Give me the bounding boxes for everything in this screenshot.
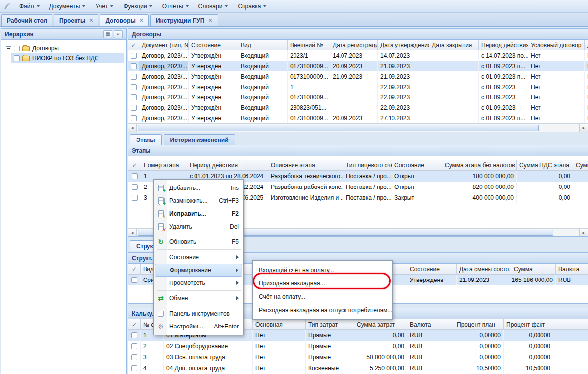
tree-checkbox[interactable]	[14, 55, 20, 61]
horizontal-scrollbar[interactable]: ◄ ►	[128, 123, 588, 132]
scroll-right-icon[interactable]: ►	[579, 229, 588, 236]
scroll-thumb[interactable]	[138, 125, 539, 131]
tab-contracts[interactable]: Договоры✕	[100, 14, 149, 26]
column-header[interactable]: Условный договор	[528, 40, 585, 50]
submenu-item-outgoing-note[interactable]: Расходная накладная на отпуск потребител…	[254, 303, 392, 317]
column-header[interactable]: Валюта	[556, 264, 588, 274]
menu-file[interactable]: Файл	[15, 1, 44, 11]
row-checkbox[interactable]	[131, 74, 137, 80]
row-checkbox[interactable]	[132, 173, 138, 179]
grid-row[interactable]: Договор, 2023/...УтверждёнВходящий2023/1…	[128, 50, 588, 61]
tab-desktop[interactable]: Рабочий стол	[1, 14, 52, 26]
column-header[interactable]: Дата смены состо...	[457, 264, 511, 274]
menu-documents[interactable]: Документы	[45, 1, 90, 11]
column-header[interactable]: Состояние	[407, 264, 457, 274]
column-header[interactable]: Тип лицевого счёт...	[343, 160, 392, 170]
close-icon[interactable]: ✕	[89, 18, 93, 23]
row-checkbox[interactable]	[131, 105, 137, 111]
column-header[interactable]: Внешний №	[288, 40, 330, 50]
row-checkbox[interactable]	[131, 84, 137, 90]
menu-item-state[interactable]: Состояние	[155, 251, 242, 264]
submenu-item-receipt-note[interactable]: Приходная накладная...	[254, 277, 392, 290]
column-header[interactable]: Описание этапа	[268, 160, 343, 170]
grid-row[interactable]: Договор, 2023/...УтверждёнВходящий230823…	[128, 102, 588, 113]
row-checkbox[interactable]	[131, 115, 137, 121]
grid-row[interactable]: 303 Осн. оплата трудаНетПрямые50 000 000…	[128, 352, 588, 363]
column-header[interactable]: Валюта	[407, 319, 454, 329]
column-header[interactable]: Основная	[253, 319, 306, 329]
menu-item-edit[interactable]: Исправить... F2	[155, 207, 242, 220]
scroll-left-icon[interactable]: ◄	[128, 124, 137, 132]
column-header[interactable]: Период действия	[187, 160, 268, 170]
menu-item-add[interactable]: Добавить... Ins	[155, 182, 242, 194]
menu-accounting[interactable]: Учёт	[91, 1, 118, 11]
column-header[interactable]: Сумма НДС этапа	[517, 160, 573, 170]
row-checkbox[interactable]	[131, 354, 137, 360]
tab-instructions[interactable]: Инструкции ПУП✕	[150, 14, 218, 26]
menu-reports[interactable]: Отчёты	[158, 1, 193, 11]
scroll-left-icon[interactable]: ◄	[128, 229, 137, 236]
column-header[interactable]: Состояние	[189, 40, 238, 50]
grid-view-icon[interactable]: ▦	[103, 30, 112, 38]
tab-projects[interactable]: Проекты✕	[54, 14, 98, 26]
menu-help[interactable]: Справка	[233, 1, 271, 11]
column-header[interactable]: Вид	[238, 40, 288, 50]
menu-dictionaries[interactable]: Словари	[194, 1, 233, 11]
menu-functions[interactable]: Функции	[119, 1, 156, 11]
tab-change-history[interactable]: История изменений	[164, 134, 235, 145]
row-checkbox[interactable]	[131, 343, 137, 349]
column-header[interactable]: Сумма эт...	[573, 160, 588, 170]
column-header[interactable]: До...	[585, 40, 588, 50]
close-icon[interactable]: ✕	[208, 18, 212, 23]
select-all-column[interactable]: ✓	[128, 264, 141, 274]
menu-item-settings[interactable]: ⚙ Настройки... Alt+Enter	[155, 320, 242, 333]
row-checkbox[interactable]	[132, 195, 138, 201]
grid-row[interactable]: 202 СпецоборудованиеНетПрямые0,00RUB0,00…	[128, 341, 588, 352]
menu-item-delete[interactable]: Удалить Del	[155, 220, 242, 233]
row-checkbox[interactable]	[131, 332, 137, 338]
column-header[interactable]: Номер этапа	[141, 160, 187, 170]
column-header[interactable]: Дата регистрации...	[330, 40, 378, 50]
menu-item-duplicate[interactable]: Размножить... Ctrl+F3	[155, 194, 242, 207]
select-all-column[interactable]: ✓	[128, 40, 139, 50]
column-header[interactable]: Тип затрат	[306, 319, 354, 329]
grid-row[interactable]: Договор, 2023/...УтверждёнВходящий017310…	[128, 113, 588, 123]
grid-row[interactable]: Договор, 2023/...УтверждёнВходящий122.09…	[128, 82, 588, 92]
row-checkbox[interactable]	[131, 277, 137, 283]
tab-stages[interactable]: Этапы	[130, 134, 162, 145]
submenu-item-payment-invoice[interactable]: Счёт на оплату...	[254, 290, 392, 303]
collapse-node-icon[interactable]	[6, 46, 11, 51]
row-checkbox[interactable]	[131, 63, 137, 69]
menu-item-generation[interactable]: Формирование	[155, 264, 242, 277]
row-checkbox[interactable]	[131, 94, 137, 100]
column-header[interactable]	[553, 319, 588, 329]
row-checkbox[interactable]	[131, 365, 137, 371]
column-header[interactable]: Дата утверждения	[378, 40, 429, 50]
column-header[interactable]: Процент факт	[504, 319, 553, 329]
collapse-panel-icon[interactable]: «	[114, 30, 123, 38]
row-checkbox[interactable]	[132, 184, 138, 190]
column-header[interactable]: Сумма	[511, 264, 556, 274]
menu-item-view[interactable]: Просмотреть	[155, 277, 242, 289]
menu-item-exchange[interactable]: ⇄ Обмен	[155, 292, 242, 305]
menu-item-refresh[interactable]: ↻ Обновить F5	[155, 235, 242, 248]
tree-node-niokr[interactable]: НИОКР по ГОЗ без НДС	[11, 53, 124, 63]
column-header[interactable]: Документ (тип, №...	[139, 40, 189, 50]
select-all-column[interactable]: ✓	[128, 160, 141, 170]
column-header[interactable]: Процент план	[454, 319, 504, 329]
tree-node-contracts[interactable]: Договоры	[3, 44, 124, 53]
grid-row[interactable]: Договор, 2023/...УтверждёнВходящий017310…	[128, 92, 588, 102]
column-header[interactable]: Период действия...	[479, 40, 528, 50]
submenu-item-incoming-invoice[interactable]: Входящий счёт на оплату...	[254, 263, 392, 277]
column-header[interactable]: Состояние	[392, 160, 442, 170]
column-header[interactable]: Сумма этапа без налогов	[442, 160, 517, 170]
grid-row[interactable]: 404 Доп. оплата трудаНетКосвенные5 250 0…	[128, 363, 588, 374]
grid-row[interactable]: Договор, 2023/...УтверждёнВходящий017310…	[128, 71, 588, 82]
scroll-right-icon[interactable]: ►	[579, 124, 588, 132]
grid-row[interactable]: Договор, 2023/...УтверждёнВходящий017310…	[128, 61, 588, 71]
menu-item-toolbar[interactable]: Панель инструментов	[155, 307, 242, 320]
tree-checkbox[interactable]	[14, 46, 20, 51]
column-header[interactable]: Сумма затрат	[354, 319, 407, 329]
select-all-column[interactable]: ✓	[128, 319, 141, 329]
column-header[interactable]: Дата закрытия	[429, 40, 479, 50]
